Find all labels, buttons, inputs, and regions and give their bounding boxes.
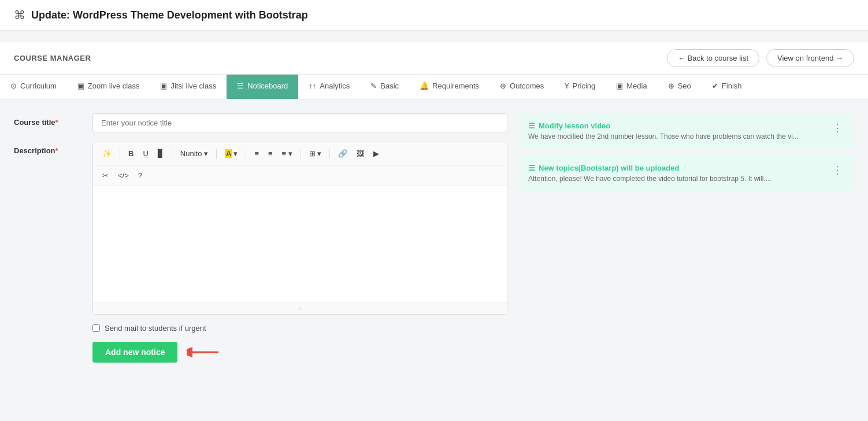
tab-zoom-label: Zoom live class <box>88 82 140 90</box>
editor-toolbar-row2: ✂ </> ? <box>93 165 507 186</box>
editor-wrap: ✨ B U ▊ Nunito ▾ A ▾ ≡ ≡ ≡ ▾ <box>92 142 507 315</box>
notice-card-1: ☰ Modify lesson video We have modified t… <box>519 113 854 149</box>
notice-card-2-title: ☰ New topics(Bootstarp) will be uploaded <box>528 164 824 172</box>
media-icon: ▣ <box>616 82 623 90</box>
red-arrow-icon <box>187 345 221 359</box>
course-manager-header: COURSE MANAGER ← Back to course list Vie… <box>0 42 868 74</box>
notice-icon-1: ☰ <box>528 121 535 130</box>
link-button[interactable]: 🔗 <box>335 147 351 160</box>
tab-zoom-live[interactable]: ▣ Zoom live class <box>67 75 150 99</box>
editor-resize-handle[interactable]: ═ <box>93 302 507 314</box>
tab-noticeboard-label: Noticeboard <box>247 82 288 90</box>
tab-finish-label: Finish <box>722 82 742 90</box>
course-title-row: Course title* <box>14 113 507 132</box>
cut-button[interactable]: ✂ <box>99 169 112 182</box>
jitsi-icon: ▣ <box>160 82 167 90</box>
notice-card-1-content: ☰ Modify lesson video We have modified t… <box>528 121 824 141</box>
send-mail-checkbox[interactable] <box>92 324 100 332</box>
pricing-icon: ¥ <box>565 82 569 90</box>
tab-requirements[interactable]: 🔔 Requirements <box>409 75 489 99</box>
tab-pricing-label: Pricing <box>573 82 596 90</box>
back-to-course-list-button[interactable]: ← Back to course list <box>667 49 759 67</box>
add-notice-section: Add new notice <box>14 342 507 363</box>
resize-icon: ═ <box>298 305 302 312</box>
tab-curriculum-label: Curriculum <box>20 82 57 90</box>
tabs-bar: ⊙ Curriculum ▣ Zoom live class ▣ Jitsi l… <box>0 74 868 99</box>
notice-card-1-menu[interactable]: ⋮ <box>830 121 845 134</box>
text-align-button[interactable]: ≡ ▾ <box>279 147 296 160</box>
code-button[interactable]: </> <box>114 169 132 182</box>
table-button[interactable]: ⊞ ▾ <box>306 147 325 160</box>
tab-jitsi-live[interactable]: ▣ Jitsi live class <box>150 75 227 99</box>
course-manager-section: COURSE MANAGER ← Back to course list Vie… <box>0 42 868 99</box>
toolbar-separator-1 <box>120 149 120 159</box>
strikethrough-button[interactable]: ▊ <box>154 147 167 160</box>
toolbar-separator-4 <box>246 149 246 159</box>
notice-card-2-menu[interactable]: ⋮ <box>830 164 845 176</box>
tab-outcomes[interactable]: ⊕ Outcomes <box>489 75 554 99</box>
notices-panel: ☰ Modify lesson video We have modified t… <box>519 113 854 363</box>
outcomes-icon: ⊕ <box>500 82 506 90</box>
notice-card-2-desc: Attention, please! We have completed the… <box>528 175 824 183</box>
noticeboard-icon: ☰ <box>237 82 244 90</box>
description-label: Description* <box>14 142 83 155</box>
tab-finish[interactable]: ✔ Finish <box>702 75 752 99</box>
page-icon: ⌘ <box>14 8 25 22</box>
font-family-dropdown[interactable]: Nunito ▾ <box>177 147 212 160</box>
tab-outcomes-label: Outcomes <box>510 82 544 90</box>
tab-analytics[interactable]: ↑↑ Analytics <box>298 75 360 99</box>
desc-required-star: * <box>55 146 58 155</box>
editor-toolbar-row1: ✨ B U ▊ Nunito ▾ A ▾ ≡ ≡ ≡ ▾ <box>93 142 507 165</box>
page-title: Update: WordPress Theme Development with… <box>31 9 308 21</box>
editor-body[interactable] <box>93 186 507 302</box>
ordered-list-button[interactable]: ≡ <box>265 147 276 160</box>
tab-noticeboard[interactable]: ☰ Noticeboard <box>227 75 298 99</box>
toolbar-separator-5 <box>301 149 301 159</box>
bold-button[interactable]: B <box>125 147 137 160</box>
font-color-button[interactable]: A ▾ <box>221 147 241 160</box>
tab-media[interactable]: ▣ Media <box>606 75 657 99</box>
notice-icon-2: ☰ <box>528 164 535 172</box>
requirements-icon: 🔔 <box>420 82 429 90</box>
send-mail-label[interactable]: Send mail to students if urgent <box>105 324 206 333</box>
main-content: Course title* Description* ✨ B U <box>0 99 868 376</box>
notice-card-2-content: ☰ New topics(Bootstarp) will be uploaded… <box>528 164 824 183</box>
notice-form: Course title* Description* ✨ B U <box>14 113 507 363</box>
analytics-icon: ↑↑ <box>309 82 316 90</box>
media-button[interactable]: ▶ <box>370 147 383 160</box>
view-on-frontend-button[interactable]: View on frontend → <box>766 49 854 67</box>
toolbar-separator-6 <box>329 149 330 159</box>
send-mail-row: Send mail to students if urgent <box>14 324 507 333</box>
tab-jitsi-label: Jitsi live class <box>170 82 216 90</box>
help-button[interactable]: ? <box>135 169 146 182</box>
add-new-notice-button[interactable]: Add new notice <box>92 342 177 363</box>
basic-icon: ✎ <box>370 82 377 90</box>
toolbar-separator-3 <box>216 149 217 159</box>
unordered-list-button[interactable]: ≡ <box>251 147 262 160</box>
tab-requirements-label: Requirements <box>432 82 479 90</box>
tab-pricing[interactable]: ¥ Pricing <box>554 75 606 99</box>
curriculum-icon: ⊙ <box>10 82 17 90</box>
seo-icon: ⊕ <box>668 82 674 90</box>
course-title-input-wrap <box>92 113 507 132</box>
arrow-indicator <box>187 345 221 359</box>
top-bar: ⌘ Update: WordPress Theme Development wi… <box>0 0 868 31</box>
magic-toolbar-btn[interactable]: ✨ <box>99 147 115 160</box>
tab-basic-label: Basic <box>380 82 399 90</box>
rich-text-editor: ✨ B U ▊ Nunito ▾ A ▾ ≡ ≡ ≡ ▾ <box>92 142 507 315</box>
notice-title-input[interactable] <box>92 113 507 132</box>
tab-basic[interactable]: ✎ Basic <box>360 75 409 99</box>
finish-icon: ✔ <box>712 82 718 90</box>
tab-seo[interactable]: ⊕ Seo <box>658 75 702 99</box>
toolbar-separator-2 <box>172 149 172 159</box>
tab-media-label: Media <box>626 82 647 90</box>
tab-seo-label: Seo <box>678 82 691 90</box>
underline-button[interactable]: U <box>139 147 151 160</box>
notice-card-1-title: ☰ Modify lesson video <box>528 121 824 130</box>
header-buttons: ← Back to course list View on frontend → <box>667 49 854 67</box>
tab-curriculum[interactable]: ⊙ Curriculum <box>0 75 67 99</box>
image-button[interactable]: 🖼 <box>353 147 368 160</box>
tab-analytics-label: Analytics <box>320 82 350 90</box>
course-manager-label: COURSE MANAGER <box>14 54 91 62</box>
description-row: Description* ✨ B U ▊ Nunito ▾ A ▾ <box>14 142 507 315</box>
